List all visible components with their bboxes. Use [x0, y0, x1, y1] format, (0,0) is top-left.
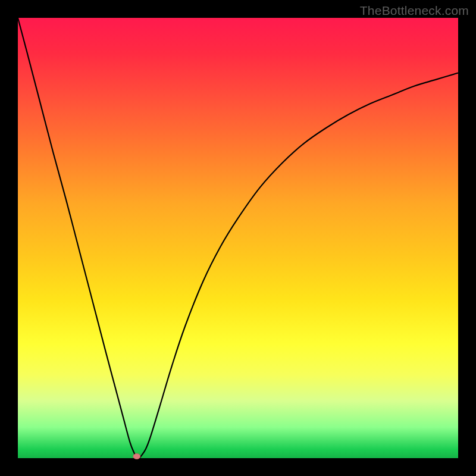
- watermark-label: TheBottleneck.com: [360, 4, 469, 18]
- curve-svg: [18, 18, 458, 458]
- bottleneck-curve: [18, 18, 458, 459]
- chart-frame: TheBottleneck.com: [0, 0, 476, 476]
- plot-area: [18, 18, 458, 458]
- minimum-marker: [133, 454, 140, 459]
